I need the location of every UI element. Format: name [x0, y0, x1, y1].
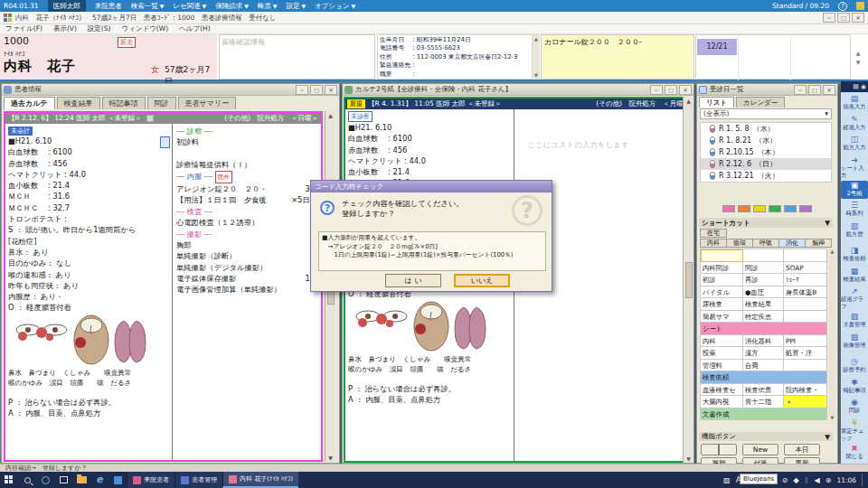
demographics-scrollbar[interactable]: ▲▼ — [533, 34, 540, 80]
tool-image-management[interactable]: ▨画像管理 — [841, 333, 868, 352]
shortcut-cell[interactable]: 身長体重B — [784, 286, 827, 299]
bluetooth-icon[interactable]: ᛒ — [805, 476, 809, 484]
search-icon[interactable] — [18, 472, 36, 488]
shortcut-cell[interactable]: 問診 — [743, 262, 784, 275]
tool-karte2[interactable]: ▣2号紙 — [841, 181, 868, 200]
swatch-blue[interactable] — [784, 205, 797, 212]
shortcut-cell[interactable]: バイタル — [701, 286, 743, 299]
tab-interview[interactable]: 問診 — [147, 97, 176, 109]
tab-home-care[interactable]: 在宅 — [700, 229, 727, 238]
taskbar-app-current-karte[interactable]: 内科 花子(ﾅｲｶ ﾊﾅｺ) — [222, 472, 298, 488]
tray-grid-icon[interactable]: ▨ — [723, 476, 731, 484]
visit-row-selected[interactable]: R 2.12. 6（日） — [701, 158, 831, 170]
maximize-button[interactable]: □ — [310, 85, 323, 95]
swatch-purple[interactable] — [799, 205, 812, 212]
tab-test-results[interactable]: 検査結果 — [57, 97, 100, 109]
cortana-icon[interactable] — [36, 472, 54, 488]
tab-patient-summary[interactable]: 患者サマリー — [178, 97, 237, 109]
tool-sheet-entry[interactable]: ➔シート入力 — [841, 155, 868, 174]
shortcut-cell[interactable]: 胃十二指 — [743, 396, 784, 408]
menu-config[interactable]: 設定(S) — [88, 24, 111, 33]
menu-insurance-claim[interactable]: 保険請求▼ — [215, 2, 249, 11]
menu-help[interactable]: ヘルプ(H) — [179, 24, 211, 33]
visit-list-titlebar[interactable]: 受診日一覧 ─ □ ✕ — [697, 84, 837, 96]
network-icon[interactable]: ⊕ — [826, 476, 832, 484]
shortcut-cell[interactable]: ＋ — [784, 396, 827, 408]
show-desktop-button[interactable] — [862, 474, 864, 486]
tool-special-notes[interactable]: ✱特記事項 — [841, 378, 868, 397]
shortcut-cell[interactable]: 簡易サマ — [701, 311, 743, 324]
tool-progress-entry[interactable]: ✎経過入力 — [841, 115, 868, 134]
dialog-titlebar[interactable]: コード入力時チェック — [311, 181, 552, 192]
tab-digestive[interactable]: 消化 — [779, 239, 806, 248]
tool-progress-graph[interactable]: ↗経過グラフ — [841, 286, 868, 305]
menu-file[interactable]: ファイル(F) — [5, 24, 42, 33]
shortcut-cell[interactable]: 内科 — [701, 335, 743, 348]
current-user[interactable]: 医師太郎 — [48, 0, 86, 12]
tab-calendar[interactable]: カレンダー — [736, 97, 785, 108]
task-view-icon[interactable] — [54, 472, 72, 488]
maximize-button[interactable]: □ — [808, 85, 821, 95]
shortcut-cell[interactable]: 大腸内視 — [701, 396, 743, 408]
print-button[interactable] — [701, 444, 737, 455]
shortcut-cell[interactable]: 管理料 — [701, 360, 743, 372]
tab-respiratory[interactable]: 呼吸 — [753, 239, 779, 248]
tab-list[interactable]: リスト — [699, 97, 734, 108]
shortcut-cell[interactable]: SOAP — [784, 262, 827, 275]
tool-interview[interactable]: ◉問診 — [841, 398, 868, 417]
tool-rx-history[interactable]: ▥処方歴 — [841, 221, 868, 240]
swatch-orange[interactable] — [738, 205, 750, 212]
visit-row[interactable]: R 1. 5. 8（水） — [701, 123, 831, 135]
section-sheet[interactable]: シート — [701, 323, 827, 335]
pin-icon[interactable]: ▤ — [853, 83, 859, 90]
tool-test-request[interactable]: ◨検査依頼 — [841, 246, 868, 265]
yes-button[interactable]: は い — [385, 274, 441, 287]
tray-sync-icon[interactable]: ⊘ — [782, 476, 788, 484]
shortcut-cell[interactable]: 投薬 — [701, 347, 743, 360]
close-button[interactable]: ✕ — [325, 85, 337, 95]
eligibility-info-box[interactable]: 資格確認情報 — [219, 34, 375, 80]
tool-appointment[interactable]: ◷診察予約 — [841, 357, 868, 376]
visit-row[interactable]: R 1. 8.21（水） — [701, 135, 831, 146]
menu-search-list[interactable]: 検索一覧▼ — [131, 2, 165, 11]
tab-circulatory[interactable]: 循環 — [727, 239, 753, 248]
close-button[interactable]: ✕ — [679, 85, 692, 95]
medication-note-panel[interactable]: カロナール錠２００ ２００‐ — [541, 34, 694, 80]
menu-visiting-patients[interactable]: 来院患者 — [95, 2, 122, 11]
shortcut-cell[interactable] — [784, 311, 827, 324]
tool-rx-entry[interactable]: ◫処方入力 — [841, 135, 868, 154]
menu-options[interactable]: オプション▼ — [315, 2, 355, 11]
shortcut-cell[interactable]: 検査伝票 — [743, 384, 784, 397]
section-test-request[interactable]: 検査依頼 — [701, 371, 827, 384]
taskbar-app-visiting[interactable]: 来院患者 — [127, 472, 175, 488]
shortcut-cell[interactable]: 消化器科 — [743, 335, 784, 348]
shortcut-cell[interactable]: ｼｪｰﾏ — [784, 274, 827, 286]
tab-past-karte[interactable]: 過去カルテ — [4, 97, 55, 109]
menu-forms[interactable]: 帳票▼ — [258, 2, 278, 11]
swatch-green[interactable] — [769, 205, 781, 212]
karte2-titlebar[interactable]: カルテ2号紙【全診療科・全保険・内科 花子さん】 ─ □ ✕ — [343, 84, 693, 96]
shortcut-cell[interactable]: ●血圧 — [743, 286, 784, 299]
shortcut-cell[interactable]: 初診 — [701, 274, 743, 286]
minimize-button[interactable]: ─ — [794, 85, 807, 95]
minimize-button[interactable]: ─ — [823, 13, 835, 23]
minimize-button[interactable]: ─ — [650, 85, 663, 95]
shortcut-cell[interactable]: 内科問診 — [701, 262, 743, 275]
app-tile-icon[interactable] — [108, 472, 127, 488]
header-spinner[interactable]: ▲▼ — [852, 34, 864, 80]
tool-billing-check[interactable]: ¥算定チェック — [841, 418, 868, 437]
taskbar-clock[interactable]: 11:06 — [836, 476, 856, 484]
menu-window[interactable]: ウィンドウ(W) — [121, 24, 168, 33]
table-scrollbar[interactable]: ▲▼ — [829, 249, 835, 420]
new-button[interactable]: New — [742, 444, 778, 455]
shortcut-cell[interactable]: 再診 — [743, 274, 784, 286]
tool-doc-management[interactable]: ▧文書管理 — [841, 312, 868, 331]
shortcut-cell[interactable]: PPI — [784, 335, 827, 348]
menu-settings[interactable]: 設定▼ — [286, 2, 306, 11]
section-doc-create[interactable]: 文書作成 — [701, 408, 827, 421]
minimize-button[interactable]: ─ — [296, 85, 308, 95]
internet-explorer-icon[interactable]: e — [90, 472, 108, 488]
shortcut-cell[interactable] — [784, 298, 827, 311]
help-icon[interactable]: ? — [838, 2, 847, 11]
shortcut-cell[interactable]: 検査結果 — [743, 298, 784, 311]
